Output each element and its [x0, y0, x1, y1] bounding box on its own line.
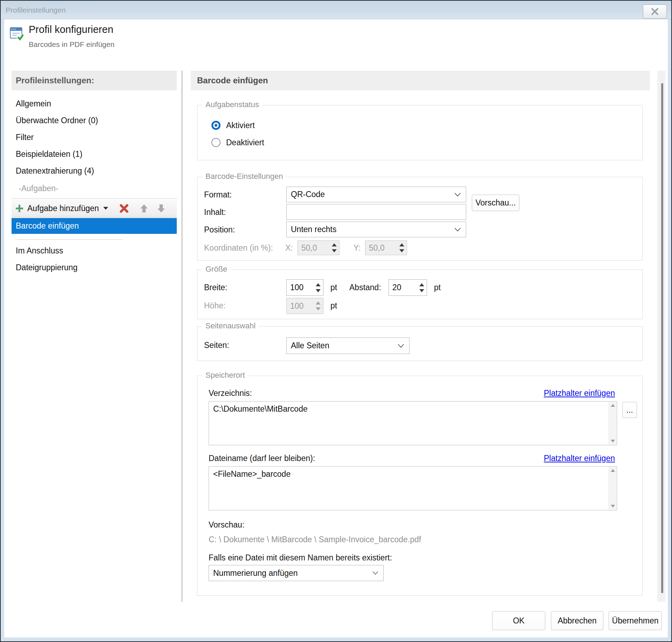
delete-task-icon[interactable] [119, 204, 129, 213]
scrollbar-thumb[interactable] [661, 83, 663, 593]
spin-down-icon[interactable] [316, 307, 321, 310]
title-bar: Profileinstellungen [1, 1, 671, 19]
selected-task-label: Barcode einfügen [16, 218, 177, 234]
scroll-up-icon[interactable] [611, 469, 615, 472]
dateiname-label: Dateiname (darf leer bleiben): [209, 454, 315, 463]
task-panel-title: Barcode einfügen [197, 71, 650, 90]
panel-separator [182, 71, 182, 602]
radio-aktiviert-label: Aktiviert [226, 121, 255, 130]
coord-y-value: 50,0 [365, 243, 397, 253]
seiten-value: Alle Seiten [291, 341, 329, 350]
barcode-settings-legend: Barcode-Einstellungen [202, 172, 286, 181]
exists-dropdown[interactable]: Nummerierung anfügen [209, 565, 384, 581]
spin-up-icon[interactable] [316, 301, 321, 305]
coord-y-label: Y: [354, 243, 360, 253]
sidebar-header: Profileinstellungen: [12, 71, 177, 90]
status-groupbox: Aufgabenstatus [197, 105, 643, 160]
inhalt-label: Inhalt: [204, 208, 226, 217]
position-value: Unten rechts [291, 225, 336, 234]
close-button[interactable] [643, 5, 667, 19]
verzeichnis-textarea[interactable]: C:\Dokumente\MitBarcode [209, 401, 617, 445]
window-border-left [1, 19, 4, 641]
tasks-section-label: -Aufgaben- [19, 181, 58, 196]
abstand-unit: pt [434, 283, 441, 292]
sidebar-item-beispieldateien[interactable]: Beispieldateien (1) [12, 146, 177, 162]
verzeichnis-label: Verzeichnis: [209, 389, 252, 398]
inhalt-input[interactable] [286, 204, 466, 220]
textarea-scrollbar[interactable] [609, 402, 616, 445]
textarea-scrollbar[interactable] [609, 467, 616, 510]
scroll-down-icon[interactable] [611, 505, 615, 508]
preview-path: C: \ Dokumente \ MitBarcode \ Sample-Inv… [209, 535, 421, 544]
spin-down-icon[interactable] [399, 249, 404, 252]
spin-up-icon[interactable] [316, 283, 321, 286]
cancel-button[interactable]: Abbrechen [551, 611, 603, 630]
page-subtitle: Barcodes in PDF einfügen [29, 40, 114, 49]
add-task-button[interactable]: Aufgabe hinzufügen [27, 204, 99, 213]
add-icon [15, 204, 24, 213]
vertical-scrollbar[interactable] [657, 71, 665, 602]
scroll-up-icon[interactable] [611, 404, 615, 407]
size-group-legend: Größe [202, 265, 230, 274]
preview-button[interactable]: Vorschau... [472, 195, 519, 211]
sidebar-item-datenextrahierung[interactable]: Datenextrahierung (4) [12, 162, 177, 179]
pages-groupbox: Seitenauswahl [197, 326, 643, 361]
chevron-down-icon [454, 193, 461, 197]
format-dropdown[interactable]: QR-Code [286, 187, 466, 202]
abstand-stepper[interactable]: 20 [388, 279, 427, 296]
breite-unit: pt [330, 283, 337, 292]
spin-up-icon[interactable] [419, 283, 424, 286]
browse-button[interactable]: ... [622, 402, 637, 418]
move-task-down-icon[interactable] [156, 204, 166, 213]
ok-button[interactable]: OK [492, 611, 545, 630]
status-group-legend: Aufgabenstatus [202, 100, 262, 109]
filename-placeholder-link[interactable]: Platzhalter einfügen [455, 454, 615, 463]
chevron-down-icon [372, 571, 378, 575]
apply-button[interactable]: Übernehmen [609, 611, 662, 630]
tasks-toolbar: Aufgabe hinzufügen [12, 198, 177, 218]
seiten-dropdown[interactable]: Alle Seiten [286, 337, 410, 354]
verzeichnis-value: C:\Dokumente\MitBarcode [213, 404, 605, 414]
hoehe-label: Höhe: [204, 301, 225, 310]
sidebar-item-filter[interactable]: Filter [12, 129, 177, 146]
add-task-dropdown-icon[interactable] [103, 207, 108, 210]
sidebar-header-label: Profileinstellungen: [16, 71, 177, 90]
breite-label: Breite: [204, 283, 227, 292]
window-border-bottom [1, 637, 671, 641]
radio-deaktiviert[interactable] [211, 138, 220, 147]
sidebar-item-barcode-einfuegen-selected[interactable]: Barcode einfügen [12, 218, 177, 234]
breite-stepper[interactable]: 100 [286, 279, 323, 296]
window-border-right [668, 19, 671, 641]
spin-down-icon[interactable] [332, 249, 337, 252]
coord-y-stepper[interactable]: 50,0 [365, 240, 407, 255]
sidebar-item-im-anschluss[interactable]: Im Anschluss [12, 242, 177, 259]
dateiname-textarea[interactable]: <FileName>_barcode [209, 466, 617, 510]
sidebar-item-allgemein[interactable]: Allgemein [12, 95, 177, 112]
task-panel-header: Barcode einfügen [191, 71, 650, 90]
position-dropdown[interactable]: Unten rechts [286, 222, 466, 237]
window-title: Profileinstellungen [6, 1, 66, 19]
sidebar-divider [17, 239, 122, 240]
radio-aktiviert[interactable] [211, 121, 220, 130]
chevron-down-icon [454, 228, 461, 232]
move-task-up-icon[interactable] [139, 204, 149, 213]
sidebar-item-dateigruppierung[interactable]: Dateigruppierung [12, 259, 177, 276]
abstand-value: 20 [389, 283, 417, 292]
spin-down-icon[interactable] [316, 289, 321, 292]
exists-label: Falls eine Datei mit diesem Namen bereit… [209, 553, 392, 563]
exists-value: Nummerierung anfügen [213, 568, 298, 578]
spin-up-icon[interactable] [332, 243, 337, 246]
format-value: QR-Code [291, 190, 325, 199]
sidebar-item-ueberwachte-ordner[interactable]: Überwachte Ordner (0) [12, 112, 177, 129]
radio-deaktiviert-label: Deaktiviert [226, 138, 264, 147]
directory-placeholder-link[interactable]: Platzhalter einfügen [455, 389, 615, 398]
coord-x-stepper[interactable]: 50,0 [298, 240, 340, 255]
hoehe-stepper[interactable]: 100 [286, 298, 323, 314]
breite-value: 100 [287, 283, 313, 292]
position-label: Position: [204, 225, 235, 235]
scroll-down-icon[interactable] [611, 440, 615, 442]
coord-x-value: 50,0 [298, 243, 329, 253]
spin-down-icon[interactable] [419, 289, 424, 292]
spin-up-icon[interactable] [399, 243, 404, 246]
profile-config-icon [10, 25, 24, 42]
